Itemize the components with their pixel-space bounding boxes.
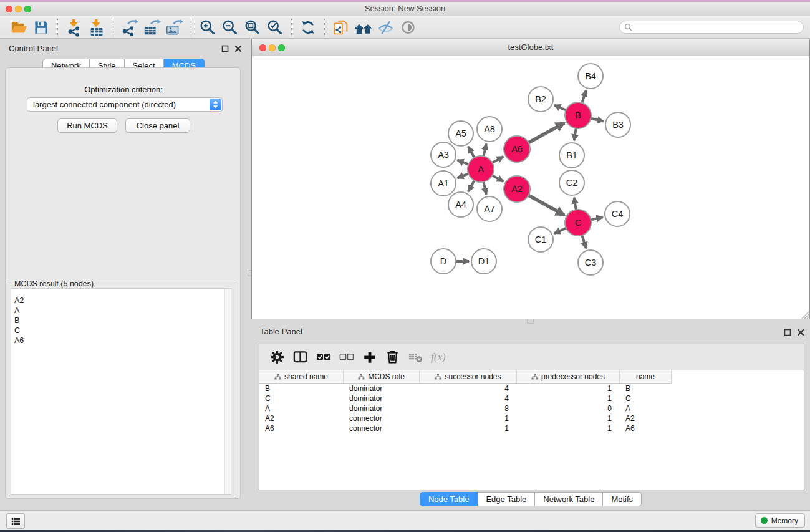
close-panel-button[interactable]: Close panel bbox=[125, 118, 190, 133]
table-cell[interactable]: 4 bbox=[420, 394, 517, 404]
table-cell[interactable]: 1 bbox=[517, 414, 620, 423]
table-cell[interactable]: A6 bbox=[620, 423, 672, 433]
table-cell[interactable]: A bbox=[259, 404, 344, 414]
tab-node-table[interactable]: Node Table bbox=[420, 492, 478, 506]
graph-node-A5[interactable]: A5 bbox=[448, 121, 473, 146]
search-field[interactable] bbox=[619, 21, 804, 34]
network-canvas[interactable]: B4B2BB3A8A5A6B1A3AC2A1A2A4A7C4CC1C3DD1 bbox=[252, 56, 809, 319]
graph-node-B[interactable]: B bbox=[565, 102, 591, 128]
dropdown-stepper[interactable] bbox=[210, 99, 221, 110]
network-zoom-button[interactable] bbox=[278, 44, 285, 51]
fit-content-button[interactable] bbox=[241, 17, 264, 37]
table-cell[interactable]: 8 bbox=[420, 404, 517, 414]
mcds-result-item[interactable]: A2 bbox=[11, 296, 231, 306]
table-cell[interactable]: A bbox=[620, 404, 672, 414]
table-row[interactable]: Adominator80A bbox=[259, 404, 804, 414]
network-minimize-button[interactable] bbox=[269, 44, 276, 51]
table-cell[interactable]: A2 bbox=[259, 414, 344, 423]
table-cell[interactable]: B bbox=[620, 384, 672, 394]
table-options-button[interactable] bbox=[266, 348, 289, 367]
close-window-button[interactable] bbox=[6, 6, 12, 12]
optimization-criterion-dropdown[interactable]: largest connected component (directed) bbox=[27, 97, 223, 112]
save-session-button[interactable] bbox=[30, 17, 52, 37]
network-window-titlebar[interactable]: testGlobe.txt bbox=[252, 39, 809, 56]
table-row[interactable]: A6connector11A6 bbox=[259, 423, 804, 433]
new-network-from-selection-button[interactable] bbox=[330, 17, 352, 37]
graph-node-A7[interactable]: A7 bbox=[477, 196, 502, 221]
graph-node-A1[interactable]: A1 bbox=[431, 171, 456, 196]
graph-node-A4[interactable]: A4 bbox=[448, 192, 473, 217]
table-cell[interactable]: 1 bbox=[517, 423, 620, 433]
mcds-result-item[interactable]: C bbox=[11, 326, 231, 336]
table-cell[interactable]: A6 bbox=[259, 423, 344, 433]
table-cell[interactable]: 1 bbox=[517, 384, 620, 394]
zoom-window-button[interactable] bbox=[24, 6, 31, 12]
mcds-result-list[interactable]: A2ABCA6 bbox=[11, 288, 231, 495]
import-table-button[interactable] bbox=[85, 17, 108, 37]
open-session-button[interactable] bbox=[7, 17, 30, 37]
graph-node-C[interactable]: C bbox=[565, 210, 591, 236]
tab-edge-table[interactable]: Edge Table bbox=[478, 492, 535, 506]
scrollbar[interactable] bbox=[224, 289, 231, 494]
graph-node-A2[interactable]: A2 bbox=[504, 176, 530, 202]
column-header-name[interactable]: name bbox=[620, 370, 672, 384]
table-cell[interactable]: dominator bbox=[344, 394, 420, 404]
show-panels-button[interactable] bbox=[6, 513, 25, 529]
show-all-button[interactable] bbox=[397, 17, 420, 37]
control-panel-float-button[interactable] bbox=[221, 45, 229, 52]
graph-node-C4[interactable]: C4 bbox=[605, 201, 630, 226]
graph-node-B1[interactable]: B1 bbox=[559, 143, 584, 168]
graph-node-A6[interactable]: A6 bbox=[504, 136, 530, 162]
select-all-columns-button[interactable] bbox=[312, 348, 335, 367]
mcds-result-item[interactable]: A bbox=[11, 306, 231, 316]
table-cell[interactable]: A2 bbox=[620, 414, 672, 423]
unselect-all-columns-button[interactable] bbox=[335, 348, 358, 367]
column-header-successor-nodes[interactable]: successor nodes bbox=[420, 370, 517, 384]
function-builder-button[interactable]: f(x) bbox=[431, 351, 446, 364]
graph-node-C1[interactable]: C1 bbox=[528, 227, 553, 252]
column-header-MCDS-role[interactable]: MCDS role bbox=[344, 370, 420, 384]
graph-node-A3[interactable]: A3 bbox=[431, 142, 456, 167]
import-network-button[interactable] bbox=[63, 17, 85, 37]
first-neighbors-button[interactable] bbox=[352, 17, 375, 37]
table-panel-close-button[interactable] bbox=[797, 329, 804, 336]
search-input[interactable] bbox=[635, 22, 803, 32]
graph-node-B2[interactable]: B2 bbox=[528, 87, 553, 112]
table-cell[interactable]: 4 bbox=[420, 384, 517, 394]
table-row[interactable]: Bdominator41B bbox=[259, 384, 804, 394]
table-row[interactable]: Cdominator41C bbox=[259, 394, 804, 404]
table-cell[interactable]: dominator bbox=[344, 404, 420, 414]
export-network-button[interactable] bbox=[118, 17, 141, 37]
zoom-in-button[interactable] bbox=[196, 17, 219, 37]
create-column-button[interactable] bbox=[358, 348, 381, 367]
delete-table-button[interactable] bbox=[404, 348, 427, 367]
minimize-window-button[interactable] bbox=[15, 6, 22, 12]
graph-node-C2[interactable]: C2 bbox=[559, 170, 584, 195]
table-cell[interactable]: 1 bbox=[420, 414, 517, 423]
mcds-result-item[interactable]: B bbox=[11, 316, 231, 326]
table-row[interactable]: A2connector11A2 bbox=[259, 414, 804, 423]
tab-motifs[interactable]: Motifs bbox=[603, 492, 642, 506]
table-cell[interactable]: B bbox=[259, 384, 344, 394]
column-header-shared-name[interactable]: shared name bbox=[259, 370, 344, 384]
network-graph[interactable]: B4B2BB3A8A5A6B1A3AC2A1A2A4A7C4CC1C3DD1 bbox=[252, 56, 809, 319]
table-cell[interactable]: C bbox=[259, 394, 344, 404]
mcds-result-item[interactable]: A6 bbox=[11, 336, 231, 346]
resize-grip-icon[interactable] bbox=[801, 311, 809, 319]
zoom-out-button[interactable] bbox=[219, 17, 241, 37]
table-cell[interactable]: 1 bbox=[420, 423, 517, 433]
table-cell[interactable]: C bbox=[620, 394, 672, 404]
table-cell[interactable]: dominator bbox=[344, 384, 420, 394]
table-cell[interactable]: 1 bbox=[517, 394, 620, 404]
graph-node-D[interactable]: D bbox=[431, 249, 456, 274]
column-header-predecessor-nodes[interactable]: predecessor nodes bbox=[517, 370, 620, 384]
graph-node-B3[interactable]: B3 bbox=[605, 112, 630, 137]
export-image-button[interactable] bbox=[163, 17, 186, 37]
graph-node-B4[interactable]: B4 bbox=[578, 64, 603, 89]
table-cell[interactable]: 0 bbox=[517, 404, 620, 414]
control-panel-close-button[interactable] bbox=[234, 45, 242, 52]
run-mcds-button[interactable]: Run MCDS bbox=[57, 118, 117, 133]
graph-node-C3[interactable]: C3 bbox=[578, 250, 603, 275]
delete-column-button[interactable] bbox=[381, 348, 404, 367]
table-panel-float-button[interactable] bbox=[784, 329, 791, 336]
